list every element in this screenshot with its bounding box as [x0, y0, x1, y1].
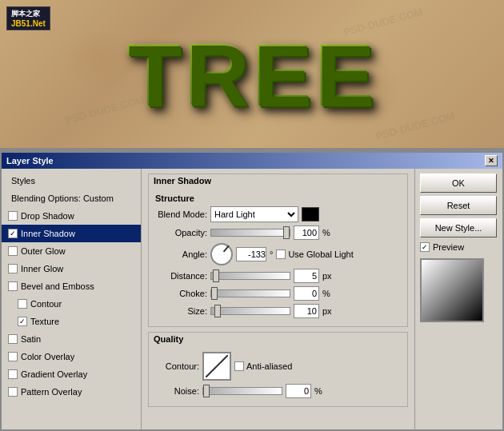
sidebar-item-outer-glow[interactable]: Outer Glow [2, 242, 141, 260]
contour-preview-svg [206, 355, 228, 377]
sidebar-label-texture: Texture [30, 317, 59, 326]
noise-slider[interactable] [202, 387, 282, 395]
outer-glow-checkbox[interactable] [8, 246, 18, 256]
sidebar-label-styles: Styles [11, 176, 35, 186]
dialog-titlebar: Layer Style ✕ [2, 153, 502, 169]
choke-slider[interactable] [210, 289, 290, 297]
distance-label: Distance: [155, 271, 207, 281]
choke-input[interactable]: 0 [294, 286, 319, 301]
texture-checkbox[interactable]: ✓ [18, 317, 27, 326]
canvas-area: 脚本之家 JB51.Net TREE PSD-DUDE.COM PSD-DUDE… [0, 0, 504, 148]
blend-mode-row: Blend Mode: Hard Light Normal Multiply S… [155, 206, 401, 222]
angle-dial[interactable] [210, 243, 233, 265]
contour-checkbox[interactable] [18, 299, 27, 309]
watermark-2: PSD-DUDE.COM [374, 110, 456, 142]
choke-label: Choke: [155, 289, 207, 298]
sidebar-label-contour: Contour [30, 299, 62, 309]
quality-section-title: Quality [149, 333, 407, 345]
anti-alias-checkbox[interactable] [234, 361, 244, 371]
bevel-emboss-checkbox[interactable] [8, 281, 18, 291]
sidebar-label-inner-shadow: Inner Shadow [21, 229, 75, 238]
global-light-checkbox[interactable] [276, 249, 286, 259]
sidebar-item-inner-glow[interactable]: Inner Glow [2, 260, 141, 277]
sidebar-item-pattern-overlay[interactable]: Pattern Overlay [2, 383, 141, 401]
pattern-overlay-checkbox[interactable] [8, 387, 18, 397]
logo-line2: JB51.Net [11, 19, 46, 28]
sidebar-label-outer-glow: Outer Glow [21, 246, 66, 256]
center-panel: Inner Shadow Structure Blend Mode: Hard … [142, 169, 414, 429]
logo-line1: 脚本之家 [11, 9, 46, 19]
anti-alias-label: Anti-aliased [246, 361, 292, 371]
sidebar-label-color-overlay: Color Overlay [21, 352, 74, 361]
satin-checkbox[interactable] [8, 334, 18, 344]
preview-checkbox[interactable]: ✓ [420, 242, 430, 252]
sidebar-item-drop-shadow[interactable]: Drop Shadow [2, 207, 141, 225]
noise-label: Noise: [155, 386, 199, 396]
dialog-body: Styles Blending Options: Custom Drop Sha… [2, 169, 502, 429]
structure-section: Structure Blend Mode: Hard Light Normal … [149, 190, 407, 326]
use-global-light-check[interactable]: Use Global Light [276, 249, 353, 259]
opacity-input[interactable]: 100 [294, 225, 319, 240]
inner-shadow-section: Inner Shadow Structure Blend Mode: Hard … [148, 174, 408, 327]
opacity-slider[interactable] [210, 229, 290, 237]
degree-symbol: ° [270, 249, 273, 259]
dialog-close-button[interactable]: ✕ [485, 155, 498, 166]
sidebar-label-drop-shadow: Drop Shadow [21, 211, 74, 221]
preview-check[interactable]: ✓ Preview [420, 242, 498, 252]
angle-input[interactable]: -133 [236, 247, 266, 261]
sidebar-item-contour[interactable]: Contour [2, 295, 141, 313]
color-overlay-checkbox[interactable] [8, 352, 18, 361]
sidebar-label-pattern-overlay: Pattern Overlay [21, 387, 82, 397]
blend-mode-label: Blend Mode: [155, 210, 207, 219]
right-panel: OK Reset New Style... ✓ Preview [414, 169, 502, 429]
size-slider[interactable] [210, 307, 290, 315]
angle-row: Angle: -133 ° Use Global Light [155, 243, 401, 265]
quality-section: Quality Contour: Anti-al [148, 332, 408, 407]
contour-label: Contour: [155, 361, 199, 371]
angle-label: Angle: [155, 249, 207, 259]
sidebar-item-color-overlay[interactable]: Color Overlay [2, 348, 141, 365]
noise-input[interactable]: 0 [286, 384, 311, 398]
preview-box [420, 258, 484, 322]
sidebar-item-satin[interactable]: Satin [2, 330, 141, 348]
gradient-overlay-checkbox[interactable] [8, 369, 18, 379]
blend-mode-select[interactable]: Hard Light Normal Multiply Screen Overla… [210, 206, 298, 222]
sidebar-item-inner-shadow[interactable]: ✓ Inner Shadow [2, 225, 141, 242]
distance-slider[interactable] [210, 272, 290, 280]
quality-content: Contour: Anti-aliased [149, 349, 407, 406]
size-label: Size: [155, 306, 207, 316]
canvas-text: TREE [126, 23, 377, 125]
drop-shadow-checkbox[interactable] [8, 211, 18, 221]
size-input[interactable]: 10 [294, 304, 319, 318]
sidebar-label-blending: Blending Options: Custom [11, 194, 114, 203]
sidebar-label-gradient-overlay: Gradient Overlay [21, 369, 87, 379]
distance-input[interactable]: 5 [294, 269, 319, 283]
opacity-row: Opacity: 100 % [155, 225, 401, 240]
sidebar-label-inner-glow: Inner Glow [21, 264, 63, 273]
contour-preview[interactable] [202, 352, 231, 381]
left-panel: Styles Blending Options: Custom Drop Sha… [2, 169, 142, 429]
logo-badge: 脚本之家 JB51.Net [6, 6, 50, 30]
choke-row: Choke: 0 % [155, 286, 401, 301]
preview-label: Preview [433, 242, 464, 252]
opacity-unit: % [322, 228, 335, 237]
ok-button[interactable]: OK [420, 174, 497, 193]
inner-shadow-checkbox[interactable]: ✓ [8, 229, 18, 238]
dialog-title: Layer Style [6, 156, 54, 166]
size-unit: px [322, 306, 335, 316]
sidebar-item-texture[interactable]: ✓ Texture [2, 313, 141, 330]
sidebar-label-bevel-emboss: Bevel and Emboss [21, 281, 94, 291]
new-style-button[interactable]: New Style... [420, 218, 497, 237]
distance-row: Distance: 5 px [155, 269, 401, 283]
sidebar-item-bevel-emboss[interactable]: Bevel and Emboss [2, 277, 141, 295]
structure-title: Structure [155, 194, 401, 203]
anti-alias-check[interactable]: Anti-aliased [234, 361, 292, 371]
global-light-label: Use Global Light [288, 249, 353, 259]
blend-color-swatch[interactable] [302, 207, 319, 221]
sidebar-item-styles[interactable]: Styles [2, 172, 141, 190]
choke-unit: % [322, 289, 335, 298]
sidebar-item-blending[interactable]: Blending Options: Custom [2, 190, 141, 207]
inner-glow-checkbox[interactable] [8, 264, 18, 273]
reset-button[interactable]: Reset [420, 196, 497, 215]
sidebar-item-gradient-overlay[interactable]: Gradient Overlay [2, 365, 141, 383]
